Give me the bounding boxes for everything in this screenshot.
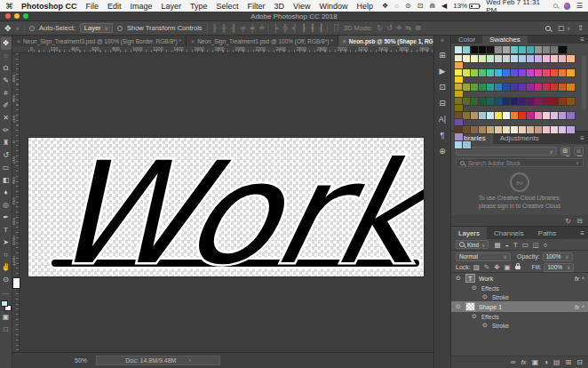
color-swatch[interactable]	[463, 126, 471, 133]
layers-tab-paths[interactable]: Paths	[531, 227, 563, 239]
color-swatch[interactable]	[543, 112, 551, 119]
quick-selection-tool[interactable]: ✎	[1, 75, 12, 87]
lock-icon-2[interactable]: ✥	[494, 263, 499, 271]
color-swatch[interactable]	[455, 119, 463, 126]
eraser-tool[interactable]: ▭	[1, 162, 12, 174]
layer-effect-row[interactable]: ⊙Stroke	[451, 292, 588, 301]
layers-tab-layers[interactable]: Layers	[451, 227, 487, 239]
color-swatch[interactable]	[463, 112, 471, 119]
color-swatch[interactable]	[455, 76, 463, 84]
visibility-eye-icon[interactable]: ⊙	[481, 322, 489, 329]
color-swatch[interactable]	[463, 141, 471, 148]
color-swatch[interactable]	[495, 69, 503, 76]
color-swatch[interactable]	[527, 112, 535, 119]
visibility-eye-icon[interactable]: ⊙	[455, 303, 462, 310]
search-icon[interactable]	[545, 26, 551, 31]
fill-dropdown[interactable]: 100% ∨	[544, 263, 574, 272]
color-swatch[interactable]	[567, 112, 575, 119]
color-swatch[interactable]	[543, 98, 551, 105]
new-group-icon[interactable]: ▤	[553, 358, 560, 366]
document-tab[interactable]: ×Neon_Sign_Treatment3.psd @ 100% (Sign B…	[12, 36, 187, 46]
layer-fx-badge[interactable]: fx^	[575, 276, 584, 282]
zoom-level[interactable]: 50%	[75, 357, 87, 364]
align-icon-4[interactable]: ╪	[250, 24, 254, 32]
color-swatch[interactable]	[471, 112, 479, 119]
color-swatch[interactable]	[455, 133, 463, 140]
color-swatch[interactable]	[455, 112, 463, 119]
wifi-icon[interactable]: ⋒	[429, 3, 435, 10]
color-swatch[interactable]	[455, 84, 463, 91]
color-swatch[interactable]	[511, 112, 519, 119]
brush-tool[interactable]: ✏	[1, 124, 12, 137]
actions-icon[interactable]: ▶	[440, 68, 446, 76]
menu-file[interactable]: File	[86, 2, 99, 11]
color-swatch[interactable]	[487, 98, 495, 105]
distribute-icon-5[interactable]: ┨	[319, 24, 322, 32]
swatches-scrollbar[interactable]	[582, 56, 586, 109]
color-swatch[interactable]	[455, 69, 463, 76]
dodge-tool[interactable]: ◎	[1, 199, 12, 212]
color-swatch[interactable]	[455, 55, 463, 62]
color-swatch[interactable]	[527, 98, 535, 105]
color-swatch[interactable]	[479, 84, 487, 91]
color-swatch[interactable]	[543, 126, 551, 133]
color-swatch[interactable]	[543, 55, 551, 62]
color-swatch[interactable]	[535, 112, 543, 119]
3d-mode-icon-1[interactable]: ↺	[386, 24, 392, 32]
color-swatch[interactable]	[503, 112, 511, 119]
menu-view[interactable]: View	[293, 2, 310, 11]
filter-type-icon-3[interactable]: ▭	[522, 241, 528, 249]
recent-swatch[interactable]	[511, 46, 519, 53]
color-swatch[interactable]	[471, 69, 479, 76]
color-swatch[interactable]	[519, 84, 527, 91]
distribute-icon-4[interactable]: ╂	[310, 24, 314, 32]
color-swatch[interactable]	[471, 55, 479, 62]
color-swatch[interactable]	[559, 69, 567, 76]
move-tool[interactable]: ✥	[1, 37, 12, 50]
color-swatch[interactable]	[551, 98, 559, 105]
document-tab[interactable]: ×Neon_Sign_Treatment1.psd @ 100% (Off, R…	[187, 36, 338, 46]
color-swatch[interactable]	[559, 98, 567, 105]
color-swatch[interactable]	[551, 126, 559, 133]
color-swatch[interactable]	[519, 126, 527, 133]
color-swatch[interactable]	[559, 55, 567, 62]
close-tab-icon[interactable]: ×	[191, 38, 195, 44]
delete-layer-icon[interactable]: ⊟	[576, 358, 583, 366]
colors-tab-color[interactable]: Color	[451, 36, 482, 44]
color-swatch[interactable]	[455, 91, 463, 98]
color-swatch[interactable]	[471, 126, 479, 133]
transform-controls-checkbox[interactable]	[117, 26, 123, 31]
color-swatch[interactable]	[511, 69, 519, 76]
color-swatch[interactable]	[567, 126, 575, 133]
colors-tab-swatches[interactable]: Swatches	[482, 36, 528, 44]
color-swatch[interactable]	[559, 84, 567, 91]
paragraph-icon[interactable]: ¶	[441, 132, 445, 140]
recent-swatch[interactable]	[559, 46, 567, 53]
color-swatch[interactable]	[567, 98, 575, 105]
layer-effect-row[interactable]: ⊙Effects	[451, 312, 588, 321]
color-swatch[interactable]	[567, 55, 575, 62]
color-swatch[interactable]	[487, 112, 495, 119]
adjustment-layer-icon[interactable]: ◑	[544, 358, 548, 366]
vertical-ruler[interactable]: 600400200020040060080010001200	[12, 53, 20, 352]
color-swatch[interactable]	[495, 55, 503, 62]
lock-icon-3[interactable]: ▣	[504, 263, 510, 271]
gradient-tool[interactable]: ◧	[1, 174, 12, 187]
tool-preset-chevron-icon[interactable]: ∨	[16, 25, 20, 31]
color-swatch[interactable]	[519, 112, 527, 119]
menu-filter[interactable]: Filter	[248, 2, 266, 11]
menu-type[interactable]: Type	[190, 2, 208, 11]
color-swatch[interactable]	[567, 84, 575, 91]
distribute-icon-0[interactable]: ╞	[274, 24, 278, 32]
3d-mode-icon-0[interactable]: ↻	[377, 24, 382, 32]
filter-type-icon-4[interactable]: ◫	[533, 241, 539, 249]
lock-icon-0[interactable]: ▨	[473, 263, 480, 271]
recent-swatch[interactable]	[487, 46, 495, 53]
filter-type-icon-1[interactable]: ◒	[505, 241, 510, 249]
color-swatch[interactable]	[527, 84, 535, 91]
color-swatch[interactable]	[535, 98, 543, 105]
hand-tool[interactable]: ✌	[1, 261, 12, 274]
3d-icon[interactable]: ⊕	[439, 148, 446, 156]
recent-swatch[interactable]	[527, 46, 535, 53]
distribute-icon-1[interactable]: ╬	[282, 24, 287, 32]
